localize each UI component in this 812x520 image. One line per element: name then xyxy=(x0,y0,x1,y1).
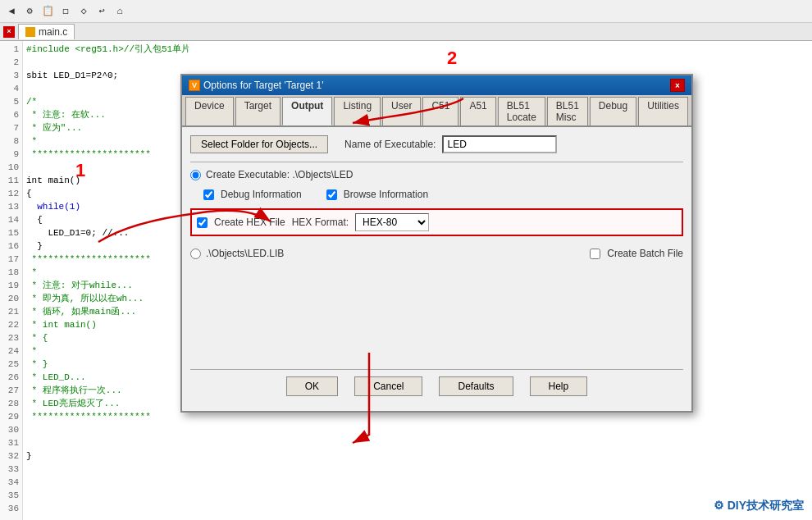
toolbar-icon-back[interactable]: ◀ xyxy=(3,3,20,20)
create-exec-row: Create Executable: .\Objects\LED xyxy=(190,169,683,180)
debug-info-checkbox[interactable] xyxy=(203,189,214,200)
tab-output[interactable]: Output xyxy=(282,97,332,125)
toolbar-icon-home[interactable]: ⌂ xyxy=(112,3,128,20)
lib-label: .\Objects\LED.LIB xyxy=(206,248,284,259)
create-hex-label: Create HEX File xyxy=(214,217,285,228)
browse-info-checkbox[interactable] xyxy=(326,189,337,200)
lib-radio[interactable] xyxy=(190,249,201,259)
dialog-footer: OK Cancel Defaults Help xyxy=(190,369,683,403)
browse-info-row: Browse Information xyxy=(326,189,428,200)
ok-button[interactable]: OK xyxy=(286,376,338,396)
options-dialog: V Options for Target 'Target 1' × Device… xyxy=(180,74,693,413)
dialog-title-text: Options for Target 'Target 1' xyxy=(203,80,323,91)
tab-bar: × main.c xyxy=(0,23,812,41)
dialog-title-left: V Options for Target 'Target 1' xyxy=(189,80,323,91)
dialog-body: Select Folder for Objects... Name of Exe… xyxy=(182,127,691,411)
toolbar-icon-undo[interactable]: ↩ xyxy=(94,3,110,20)
tab-file-icon xyxy=(25,27,35,37)
debug-browse-row: Debug Information Browse Information xyxy=(203,185,683,203)
folder-exec-row: Select Folder for Objects... Name of Exe… xyxy=(190,135,683,153)
watermark: ⚙ DIY技术研究室 xyxy=(714,499,804,513)
dialog-tabs: Device Target Output Listing User C51 A5… xyxy=(182,95,691,127)
annotation-1: 1 xyxy=(75,160,85,181)
dialog-title-icon: V xyxy=(189,80,200,91)
create-exec-radio[interactable] xyxy=(190,170,201,180)
create-exec-label: Create Executable: .\Objects\LED xyxy=(206,169,353,180)
defaults-button[interactable]: Defaults xyxy=(439,376,513,396)
toolbar-icon-copy[interactable]: 📋 xyxy=(39,3,56,20)
tab-debug[interactable]: Debug xyxy=(590,97,636,125)
tab-a51[interactable]: A51 xyxy=(460,97,495,125)
browse-info-label: Browse Information xyxy=(344,189,428,200)
tab-target[interactable]: Target xyxy=(235,97,281,125)
create-batch-label: Create Batch File xyxy=(607,248,683,259)
tab-c51[interactable]: C51 xyxy=(422,97,458,125)
dialog-close-button[interactable]: × xyxy=(670,79,685,92)
tab-device[interactable]: Device xyxy=(185,97,234,125)
exec-name-input[interactable] xyxy=(442,135,557,153)
lib-batch-row: .\Objects\LED.LIB Create Batch File xyxy=(190,243,683,264)
toolbar: ◀ ⚙ 📋 ◻ ◇ ↩ ⌂ xyxy=(0,0,812,23)
toolbar-icon-diamond[interactable]: ◇ xyxy=(75,3,92,20)
toolbar-icon-box[interactable]: ◻ xyxy=(57,3,74,20)
tab-main-c[interactable]: main.c xyxy=(18,24,75,39)
exec-name-label: Name of Executable: xyxy=(344,139,436,150)
hex-format-select[interactable]: HEX-80 HEX-386 xyxy=(355,213,429,231)
hex-file-row: Create HEX File HEX Format: HEX-80 HEX-3… xyxy=(190,208,683,236)
tab-user[interactable]: User xyxy=(382,97,421,125)
lib-radio-row: .\Objects\LED.LIB xyxy=(190,248,284,259)
create-batch-checkbox[interactable] xyxy=(590,249,600,259)
editor-area: ◀ ⚙ 📋 ◻ ◇ ↩ ⌂ × main.c 1 2 3 4 5 6 7 8 9… xyxy=(0,0,812,520)
select-folder-button[interactable]: Select Folder for Objects... xyxy=(190,135,328,153)
tab-label: main.c xyxy=(39,26,67,38)
debug-info-label: Debug Information xyxy=(221,189,302,200)
spacer xyxy=(190,271,683,369)
separator-1 xyxy=(190,162,683,162)
exec-name-row: Name of Executable: xyxy=(344,135,557,153)
create-hex-checkbox[interactable] xyxy=(197,217,208,228)
tab-bl51-misc[interactable]: BL51 Misc xyxy=(547,97,588,125)
dialog-backdrop: V Options for Target 'Target 1' × Device… xyxy=(0,41,812,520)
toolbar-icon-gear[interactable]: ⚙ xyxy=(21,3,38,20)
cancel-button[interactable]: Cancel xyxy=(354,376,422,396)
batch-file-row: Create Batch File xyxy=(590,248,683,259)
tab-close-x[interactable]: × xyxy=(3,26,15,38)
tab-bl51-locate[interactable]: BL51 Locate xyxy=(498,97,545,125)
tab-utilities[interactable]: Utilities xyxy=(638,97,688,125)
help-button[interactable]: Help xyxy=(530,376,588,396)
hex-format-label: HEX Format: xyxy=(292,217,349,228)
tab-listing[interactable]: Listing xyxy=(334,97,381,125)
dialog-titlebar: V Options for Target 'Target 1' × xyxy=(182,75,691,95)
debug-info-row: Debug Information xyxy=(203,189,302,200)
annotation-2: 2 xyxy=(447,48,457,69)
